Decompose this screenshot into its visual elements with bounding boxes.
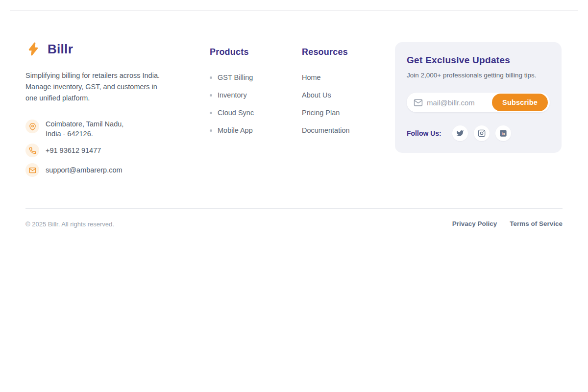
map-pin-icon — [25, 120, 39, 133]
terms-of-service-link[interactable]: Terms of Service — [510, 220, 563, 227]
contact-address: Coimbatore, Tamil Nadu, India - 642126. — [25, 118, 123, 139]
brand-name: Billr — [48, 42, 73, 57]
link-label: GST Billing — [218, 74, 253, 81]
product-link-inventory[interactable]: Inventory — [210, 90, 254, 100]
email-address: support@ambarerp.com — [46, 166, 122, 174]
twitter-icon[interactable] — [452, 125, 468, 141]
top-divider — [10, 10, 578, 11]
newsletter-title: Get Exclusive Updates — [407, 55, 510, 66]
bullet-dot — [210, 112, 212, 114]
contact-email: support@ambarerp.com — [25, 163, 122, 177]
bullet-dot — [210, 94, 212, 97]
resources-heading: Resources — [302, 47, 350, 57]
link-label: Inventory — [218, 91, 247, 99]
resource-link-about-us[interactable]: About Us — [302, 90, 350, 100]
bottom-links: Privacy Policy Terms of Service — [452, 220, 563, 227]
link-label: Mobile App — [218, 126, 253, 134]
privacy-policy-link[interactable]: Privacy Policy — [452, 220, 497, 227]
description-line: Simplifying billing for retailers across… — [25, 70, 160, 81]
phone-number: +91 93612 91477 — [46, 147, 101, 154]
link-label: Cloud Sync — [218, 109, 254, 117]
footer-resources-column: Resources Home About Us Pricing Plan Doc… — [302, 47, 350, 143]
instagram-icon[interactable] — [474, 125, 490, 141]
footer-products-column: Products GST Billing Inventory Cloud Syn… — [210, 47, 254, 143]
contact-phone: +91 93612 91477 — [25, 144, 101, 157]
description-line: Manage inventory, GST, and customers in — [25, 81, 160, 93]
mail-icon — [25, 163, 39, 177]
address-line: Coimbatore, Tamil Nadu, — [46, 119, 123, 129]
bullet-dot — [210, 76, 212, 79]
address-line: India - 642126. — [46, 129, 123, 139]
link-label: Home — [302, 74, 321, 81]
link-label: About Us — [302, 91, 331, 99]
newsletter-form: Subscribe — [407, 93, 550, 112]
email-input[interactable] — [427, 93, 490, 112]
bottom-divider — [25, 208, 563, 209]
product-link-mobile-app[interactable]: Mobile App — [210, 125, 254, 135]
resource-link-documentation[interactable]: Documentation — [302, 125, 350, 135]
copyright-text: © 2025 Billr. All rights reserved. — [25, 220, 114, 228]
svg-text:in: in — [502, 131, 505, 136]
products-heading: Products — [210, 47, 254, 57]
address-text: Coimbatore, Tamil Nadu, India - 642126. — [46, 118, 123, 139]
resource-link-pricing-plan[interactable]: Pricing Plan — [302, 108, 350, 118]
newsletter-subtitle: Join 2,000+ professionals getting billin… — [407, 72, 537, 79]
bullet-dot — [210, 129, 212, 132]
link-label: Documentation — [302, 126, 350, 134]
linkedin-icon[interactable]: in — [495, 125, 511, 141]
product-link-gst-billing[interactable]: GST Billing — [210, 73, 254, 82]
brand-description: Simplifying billing for retailers across… — [25, 70, 160, 104]
product-link-cloud-sync[interactable]: Cloud Sync — [210, 108, 254, 118]
brand-logo[interactable]: Billr — [25, 41, 73, 57]
newsletter-card: Get Exclusive Updates Join 2,000+ profes… — [395, 42, 562, 153]
footer-page: Billr Simplifying billing for retailers … — [0, 0, 588, 392]
mail-icon — [414, 98, 423, 107]
description-line: one unified platform. — [25, 93, 160, 104]
subscribe-button[interactable]: Subscribe — [492, 94, 548, 111]
follow-us-row: Follow Us: in — [407, 125, 517, 141]
phone-icon — [25, 144, 39, 157]
bolt-logo-icon — [25, 41, 41, 57]
resource-link-home[interactable]: Home — [302, 73, 350, 82]
link-label: Pricing Plan — [302, 109, 340, 117]
follow-us-label: Follow Us: — [407, 129, 441, 137]
